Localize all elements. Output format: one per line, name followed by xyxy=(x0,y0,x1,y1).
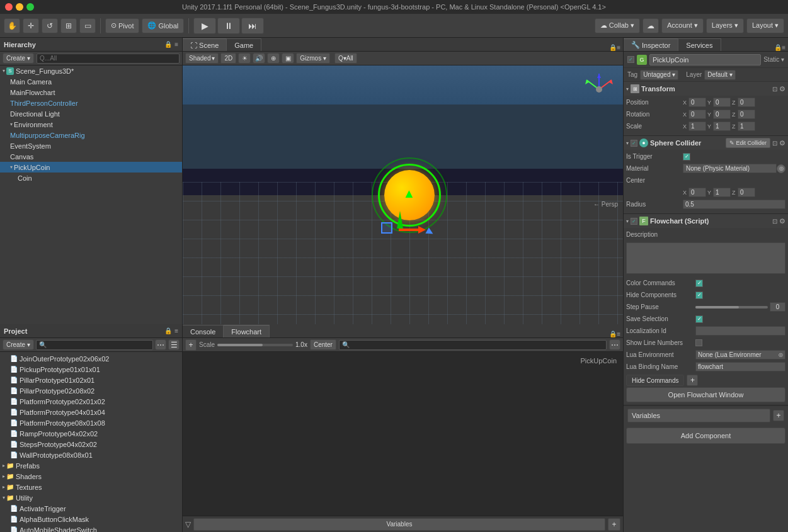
project-item[interactable]: 📄 PlatformPrototype04x01x04 xyxy=(0,407,182,417)
project-menu-icon[interactable]: ≡ xyxy=(174,327,178,334)
hierarchy-item-main-flowchart[interactable]: MainFlowchart xyxy=(0,87,182,98)
inspector-lock-icon[interactable]: 🔒 xyxy=(774,44,782,51)
shaded-dropdown[interactable]: Shaded ▾ xyxy=(185,53,219,64)
gizmos-dropdown[interactable]: Gizmos ▾ xyxy=(296,53,330,64)
lua-binding-input[interactable] xyxy=(695,362,785,371)
hierarchy-item-pickupcoin[interactable]: ▾ PickUpCoin xyxy=(0,162,182,173)
sphere-active-checkbox[interactable] xyxy=(631,140,637,147)
project-lock-icon[interactable]: 🔒 xyxy=(164,327,172,334)
flowchart-lock-icon[interactable]: 🔒 xyxy=(609,331,617,337)
transform-view-icon[interactable]: ⊡ xyxy=(772,86,777,93)
sphere-view-icon[interactable]: ⊡ xyxy=(772,140,777,147)
flowchart-script-header[interactable]: ▾ F Flowchart (Script) ⊡ ⚙ xyxy=(624,214,788,228)
minimize-button[interactable] xyxy=(16,3,23,11)
save-selection-checkbox[interactable]: ✓ xyxy=(695,315,703,323)
rotate-tool-btn[interactable]: ↺ xyxy=(42,18,58,33)
2d-btn[interactable]: 2D xyxy=(220,53,236,64)
project-item[interactable]: 📄 PlatformPrototype08x01x08 xyxy=(0,417,182,428)
maximize-button[interactable] xyxy=(26,3,34,11)
play-btn[interactable]: ▶ xyxy=(193,18,216,34)
project-item-utility[interactable]: ▾ 📁 Utility xyxy=(0,492,182,503)
project-item-textures[interactable]: ▸ 📁 Textures xyxy=(0,482,182,492)
layers-dropdown[interactable]: Layers ▾ xyxy=(706,18,744,33)
hand-tool-btn[interactable]: ✋ xyxy=(4,18,20,33)
scene-view-btn[interactable]: ▣ xyxy=(282,53,294,64)
center-z-input[interactable] xyxy=(738,188,755,197)
pos-z-input[interactable] xyxy=(738,98,755,107)
project-item[interactable]: 📄 PillarPrototype02x08x02 xyxy=(0,385,182,396)
pause-btn[interactable]: ⏸ xyxy=(217,18,240,34)
hierarchy-item-scene[interactable]: ▾ S Scene_Fungus3D* xyxy=(0,65,182,76)
scale-x-input[interactable] xyxy=(688,122,706,131)
lua-env-dropdown[interactable]: None (Lua Environmer ◎ xyxy=(695,350,785,359)
search-all-dropdown[interactable]: Q▾All xyxy=(334,53,357,64)
project-view-btn[interactable]: ☰ xyxy=(168,339,180,350)
scene-menu-icon[interactable]: ≡ xyxy=(617,44,620,51)
object-name-input[interactable] xyxy=(649,54,761,65)
center-btn[interactable]: Center xyxy=(310,339,336,350)
hierarchy-create-btn[interactable]: Create ▾ xyxy=(3,53,34,64)
layer-dropdown[interactable]: Default ▾ xyxy=(704,70,735,80)
project-item-shaders[interactable]: ▸ 📁 Shaders xyxy=(0,471,182,482)
flowchart-script-view-icon[interactable]: ⊡ xyxy=(772,218,777,225)
flowchart-add-btn[interactable]: + xyxy=(185,339,197,351)
hide-commands-add-btn[interactable]: + xyxy=(687,375,698,386)
transform-header[interactable]: ▾ ⊞ Transform ⊡ ⚙ xyxy=(624,82,788,96)
hierarchy-item-camera-rig[interactable]: MultipurposeCameraRig xyxy=(0,130,182,140)
color-commands-checkbox[interactable]: ✓ xyxy=(695,280,703,287)
fx-btn[interactable]: ⊕ xyxy=(267,53,280,64)
scale-y-input[interactable] xyxy=(713,122,731,131)
is-trigger-checkbox[interactable]: ✓ xyxy=(683,153,690,161)
layout-dropdown[interactable]: Layout ▾ xyxy=(746,18,784,33)
collab-btn[interactable]: ☁ Collab ▾ xyxy=(595,18,640,33)
step-pause-slider[interactable] xyxy=(695,302,785,312)
hierarchy-menu-icon[interactable]: ≡ xyxy=(174,41,178,48)
hierarchy-lock-icon[interactable]: 🔒 xyxy=(164,41,172,48)
scale-z-input[interactable] xyxy=(738,122,755,131)
rot-z-input[interactable] xyxy=(738,110,755,119)
project-item[interactable]: 📄 JoinOuterPrototype02x06x02 xyxy=(0,353,182,364)
sphere-gear-icon[interactable]: ⚙ xyxy=(779,139,785,147)
edit-collider-btn[interactable]: ✎ Edit Collider xyxy=(726,138,770,148)
project-item-prefabs[interactable]: ▸ 📁 Prefabs xyxy=(0,460,182,471)
variables-btn[interactable]: Variables xyxy=(627,409,770,422)
tab-flowchart[interactable]: Flowchart xyxy=(224,325,270,337)
hierarchy-item-coin[interactable]: Coin xyxy=(0,173,182,183)
transform-gear-icon[interactable]: ⚙ xyxy=(779,85,785,93)
material-dropdown[interactable]: None (Physic Material) xyxy=(683,164,777,173)
flowchart-active-checkbox[interactable] xyxy=(631,218,637,225)
pos-x-input[interactable] xyxy=(688,98,706,107)
static-label[interactable]: Static ▾ xyxy=(763,56,784,63)
close-button[interactable] xyxy=(5,3,13,11)
hierarchy-item-eventsystem[interactable]: EventSystem xyxy=(0,140,182,151)
audio-btn[interactable]: 🔊 xyxy=(253,53,265,64)
pivot-btn[interactable]: ⊙ Pivot xyxy=(105,18,139,33)
localization-id-input[interactable] xyxy=(695,326,785,336)
tab-game[interactable]: Game xyxy=(227,38,261,51)
project-item[interactable]: 📄 AutoMobileShaderSwitch xyxy=(0,524,182,532)
hierarchy-item-main-camera[interactable]: Main Camera xyxy=(0,76,182,87)
tab-inspector[interactable]: 🔧 Inspector xyxy=(624,38,678,51)
hierarchy-search-input[interactable] xyxy=(37,54,180,64)
rot-x-input[interactable] xyxy=(688,110,706,119)
project-search-input[interactable] xyxy=(36,340,153,350)
tag-dropdown[interactable]: Untagged ▾ xyxy=(640,70,678,80)
project-item[interactable]: 📄 WallPrototype08x08x01 xyxy=(0,450,182,460)
flowchart-script-gear-icon[interactable]: ⚙ xyxy=(779,217,785,225)
project-item[interactable]: 📄 ActivateTrigger xyxy=(0,503,182,514)
scale-slider[interactable] xyxy=(217,344,293,346)
project-item[interactable]: 📄 StepsPrototype04x02x02 xyxy=(0,439,182,450)
flowchart-add-var-btn[interactable]: + xyxy=(608,518,620,531)
sphere-collider-header[interactable]: ▾ ● Sphere Collider ✎ Edit Collider ⊡ ⚙ xyxy=(624,136,788,150)
step-pause-input[interactable] xyxy=(770,302,785,312)
flowchart-options-btn[interactable]: ⋯ xyxy=(609,339,620,350)
object-active-checkbox[interactable] xyxy=(627,56,634,63)
project-options-btn[interactable]: ⋯ xyxy=(155,339,166,350)
project-create-btn[interactable]: Create ▾ xyxy=(3,339,34,350)
add-component-btn[interactable]: Add Component xyxy=(626,427,785,444)
hierarchy-item-dir-light[interactable]: Directional Light xyxy=(0,108,182,119)
step-btn[interactable]: ⏭ xyxy=(241,18,264,34)
cloud-btn[interactable]: ☁ xyxy=(642,18,659,33)
flowchart-search-input[interactable] xyxy=(339,340,607,350)
scene-viewport[interactable]: ▲ ► xyxy=(183,65,623,324)
